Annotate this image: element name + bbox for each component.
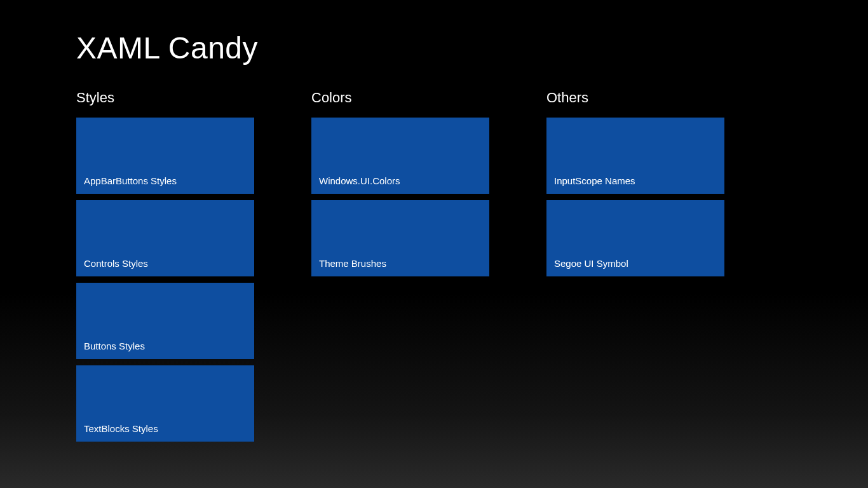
tile-textblocks-styles[interactable]: TextBlocks Styles bbox=[76, 365, 254, 442]
tile-appbarbuttons-styles[interactable]: AppBarButtons Styles bbox=[76, 118, 254, 194]
tile-inputscope-names[interactable]: InputScope Names bbox=[546, 118, 724, 194]
tile-label: Theme Brushes bbox=[319, 258, 386, 269]
tile-segoe-ui-symbol[interactable]: Segoe UI Symbol bbox=[546, 200, 724, 276]
groups-container: Styles AppBarButtons Styles Controls Sty… bbox=[76, 90, 868, 442]
tile-label: Segoe UI Symbol bbox=[554, 258, 628, 269]
group-header[interactable]: Colors bbox=[311, 90, 489, 106]
group-colors: Colors Windows.UI.Colors Theme Brushes bbox=[311, 90, 489, 442]
tile-label: AppBarButtons Styles bbox=[84, 175, 177, 186]
tile-column: AppBarButtons Styles Controls Styles But… bbox=[76, 118, 254, 442]
tile-label: Controls Styles bbox=[84, 258, 148, 269]
app-root: XAML Candy Styles AppBarButtons Styles C… bbox=[0, 0, 868, 442]
page-title: XAML Candy bbox=[76, 30, 868, 65]
tile-controls-styles[interactable]: Controls Styles bbox=[76, 200, 254, 276]
group-header[interactable]: Others bbox=[546, 90, 724, 106]
tile-column: Windows.UI.Colors Theme Brushes bbox=[311, 118, 489, 276]
tile-theme-brushes[interactable]: Theme Brushes bbox=[311, 200, 489, 276]
group-others: Others InputScope Names Segoe UI Symbol bbox=[546, 90, 724, 442]
tile-label: TextBlocks Styles bbox=[84, 423, 158, 434]
tile-label: Windows.UI.Colors bbox=[319, 175, 400, 186]
tile-label: InputScope Names bbox=[554, 175, 635, 186]
group-header[interactable]: Styles bbox=[76, 90, 254, 106]
tile-windows-ui-colors[interactable]: Windows.UI.Colors bbox=[311, 118, 489, 194]
group-styles: Styles AppBarButtons Styles Controls Sty… bbox=[76, 90, 254, 442]
tile-buttons-styles[interactable]: Buttons Styles bbox=[76, 283, 254, 359]
tile-label: Buttons Styles bbox=[84, 341, 145, 351]
tile-column: InputScope Names Segoe UI Symbol bbox=[546, 118, 724, 276]
